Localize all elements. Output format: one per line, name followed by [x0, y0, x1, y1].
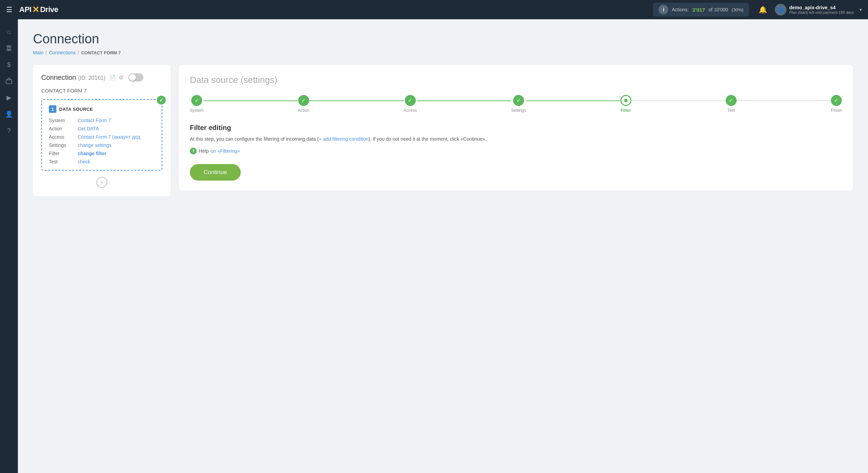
bell-icon[interactable]: 🔔 [759, 6, 767, 14]
logo: API✕Drive [19, 4, 58, 15]
step-finish: ✓ Finish [831, 95, 842, 113]
row-value-access[interactable]: Contact Form 7 (аккаунт дод [78, 134, 140, 140]
row-value-settings[interactable]: change settings [78, 142, 111, 148]
row-value-system[interactable]: Contact Form 7 [78, 118, 111, 123]
row-value-filter[interactable]: change filter [78, 151, 106, 156]
table-row: Access Contact Form 7 (аккаунт дод [49, 134, 155, 140]
doc-icon[interactable]: 📄 [109, 74, 116, 81]
table-row: Filter change filter [49, 151, 155, 156]
step-circle-action: ✓ [298, 95, 309, 106]
step-label-system: System [190, 108, 204, 113]
logo-api: API [19, 5, 31, 14]
connection-title: Connection (ID: 20161) [41, 74, 106, 82]
step-label-finish: Finish [831, 108, 842, 113]
actions-widget: i Actions: 3'017 of 10'000 (30%) [653, 3, 749, 17]
step-filter: Filter [620, 95, 631, 113]
filter-desc: At this step, you can configure the filt… [190, 135, 842, 143]
toggle-switch[interactable] [128, 73, 143, 82]
add-datasource-button[interactable]: + [96, 177, 107, 188]
step-circle-test: ✓ [726, 95, 737, 106]
datasource-check: ✓ [157, 96, 166, 105]
step-circle-access: ✓ [405, 95, 416, 106]
header-icons: 📄 ⚙ [109, 74, 123, 81]
actions-count: 3'017 [692, 7, 705, 13]
row-label-system: System [49, 118, 74, 123]
connection-id: (ID: 20161) [78, 75, 106, 81]
step-action: ✓ Action [298, 95, 309, 113]
breadcrumb: Main / Connections / CONTACT FORM 7 [33, 50, 853, 55]
connection-name: CONTACT FORM 7 [41, 88, 162, 94]
filter-desc-after: ). If you do not need it at the moment, … [368, 136, 486, 142]
connection-header: Connection (ID: 20161) 📄 ⚙ [41, 73, 162, 82]
svg-point-3 [9, 49, 11, 51]
step-circle-filter [620, 95, 631, 106]
step-line-5 [631, 100, 726, 101]
step-circle-system: ✓ [191, 95, 202, 106]
user-info: demo_apix-drive_s4 Plan |Start| left unt… [789, 5, 854, 14]
table-row: System Contact Form 7 [49, 118, 155, 123]
step-label-test: Test [727, 108, 735, 113]
row-value-action[interactable]: Get DATA [78, 126, 99, 131]
sidebar-item-home[interactable]: ⌂ [2, 25, 16, 39]
table-row: Test check [49, 159, 155, 164]
filter-title: Filter editing [190, 124, 842, 132]
ds-num: 1 [49, 105, 56, 113]
step-label-settings: Settings [511, 108, 526, 113]
continue-button[interactable]: Continue [190, 164, 241, 181]
step-settings: ✓ Settings [511, 95, 526, 113]
step-circle-finish: ✓ [831, 95, 842, 106]
help-filtering-link[interactable]: on «Filtering» [211, 148, 240, 154]
step-line-2 [309, 100, 403, 101]
sidebar-item-profile[interactable]: 👤 [2, 107, 16, 121]
ds-rows: System Contact Form 7 Action Get DATA Ac… [49, 118, 155, 164]
actions-total: of 10'000 [708, 7, 728, 12]
step-circle-settings: ✓ [513, 95, 524, 106]
hamburger-icon[interactable]: ☰ [6, 6, 12, 14]
sidebar-item-tools[interactable] [2, 74, 16, 88]
step-line-3 [417, 100, 511, 101]
datasource-header: 1 DATA SOURCE [49, 105, 155, 113]
filter-desc-before: At this step, you can configure the filt… [190, 136, 319, 142]
step-access: ✓ Access [404, 95, 417, 113]
table-row: Action Get DATA [49, 126, 155, 131]
row-label-settings: Settings [49, 142, 74, 148]
right-panel: Data source (settings) ✓ System ✓ Action [179, 65, 853, 190]
stepper: ✓ System ✓ Action ✓ Access [190, 95, 842, 113]
row-value-test[interactable]: check [78, 159, 90, 164]
ds-title: DATA SOURCE [59, 107, 93, 112]
help-label: Help [199, 148, 209, 154]
logo-drive: Drive [40, 5, 58, 14]
table-row: Settings change settings [49, 142, 155, 148]
layout: ⌂ $ ▶ 👤 ? Connection Main / Connections … [0, 19, 868, 473]
step-line-1 [204, 100, 298, 101]
gear-icon[interactable]: ⚙ [119, 74, 123, 81]
datasource-box: ✓ 1 DATA SOURCE System Contact Form 7 Ac… [41, 99, 162, 171]
step-label-filter: Filter [621, 108, 631, 113]
sidebar-item-connections[interactable] [2, 41, 16, 55]
sidebar: ⌂ $ ▶ 👤 ? [0, 19, 18, 473]
step-test: ✓ Test [726, 95, 737, 113]
step-label-access: Access [404, 108, 417, 113]
add-filter-link[interactable]: + add filtering condition [319, 136, 368, 142]
user-menu[interactable]: 👤 demo_apix-drive_s4 Plan |Start| left u… [775, 4, 862, 15]
svg-point-2 [7, 49, 9, 51]
sidebar-item-play[interactable]: ▶ [2, 91, 16, 105]
step-system: ✓ System [190, 95, 204, 113]
svg-rect-8 [6, 80, 12, 84]
breadcrumb-main[interactable]: Main [33, 50, 43, 55]
actions-label: Actions: [672, 7, 689, 12]
sidebar-item-billing[interactable]: $ [2, 58, 16, 72]
plan-info: Plan |Start| left until payment 189 days [789, 10, 854, 14]
row-label-filter: Filter [49, 151, 74, 156]
breadcrumb-connections[interactable]: Connections [49, 50, 76, 55]
actions-info-icon: i [659, 5, 668, 14]
username: demo_apix-drive_s4 [789, 5, 854, 10]
step-line-4 [526, 100, 620, 101]
step-line-6 [737, 100, 831, 101]
logo-x: ✕ [32, 4, 40, 15]
help-icon[interactable]: ? [190, 148, 197, 154]
sidebar-item-help[interactable]: ? [2, 124, 16, 138]
left-panel: Connection (ID: 20161) 📄 ⚙ CONTACT FORM … [33, 65, 171, 196]
step-label-action: Action [298, 108, 309, 113]
row-label-test: Test [49, 159, 74, 164]
